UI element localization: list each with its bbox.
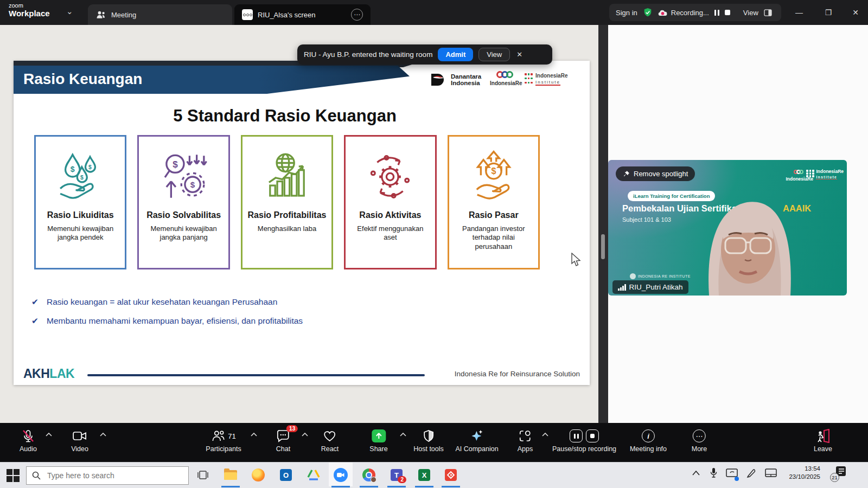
chat-label: Chat: [276, 445, 290, 453]
video-button[interactable]: Video: [71, 428, 88, 453]
institute-watermark-icon: [630, 273, 636, 279]
ai-companion-button[interactable]: AI Companion: [455, 428, 498, 453]
meeting-info-label: Meeting info: [630, 445, 667, 453]
leave-button[interactable]: Leave: [814, 428, 832, 453]
host-tools-button[interactable]: Host tools: [413, 428, 444, 453]
zoom-workplace-logo: zoom Workplace: [9, 3, 50, 17]
zoom-app-icon[interactable]: [329, 467, 353, 483]
google-drive-icon[interactable]: [302, 467, 326, 483]
search-input[interactable]: [46, 471, 171, 480]
clock-date: 23/10/2025: [789, 473, 820, 481]
security-shield-icon[interactable]: [643, 8, 653, 17]
video-options-caret-icon[interactable]: [100, 433, 106, 436]
tray-microphone-icon[interactable]: [710, 467, 717, 478]
video-logo2-sub: Institute: [816, 175, 837, 179]
excel-icon[interactable]: X: [412, 467, 436, 483]
svg-text:$: $: [71, 165, 75, 174]
admit-button[interactable]: Admit: [438, 48, 473, 61]
svg-text:$: $: [491, 166, 496, 176]
footer-divider-line: [87, 374, 425, 376]
scrollbar-thumb[interactable]: [601, 234, 605, 259]
record-controls-button[interactable]: Pause/stop recording: [552, 428, 616, 453]
react-button[interactable]: React: [321, 428, 339, 453]
more-ellipsis-icon: ⋯: [693, 429, 706, 442]
slide-header-title: Rasio Keuangan: [23, 70, 142, 88]
notification-center-button[interactable]: 21: [830, 466, 846, 482]
workspace-chevron-down-icon[interactable]: ⌄: [66, 7, 73, 16]
magnifier-gear-arrows-icon: $ $: [156, 149, 212, 205]
chrome-icon[interactable]: [357, 467, 381, 483]
institute-logo-sub: Institute: [535, 80, 560, 86]
tray-pen-icon[interactable]: [746, 468, 756, 478]
participants-icon: [95, 10, 106, 20]
minimize-button[interactable]: —: [787, 0, 812, 25]
chat-button[interactable]: 13 Chat: [276, 428, 290, 453]
pause-recording-button[interactable]: [714, 10, 719, 16]
meeting-info-button[interactable]: i Meeting info: [630, 428, 667, 453]
mouse-cursor: [570, 253, 582, 267]
active-app-indicator: [221, 486, 240, 487]
share-label: Share: [369, 445, 387, 453]
view-layout-icon[interactable]: [764, 9, 772, 16]
remove-spotlight-button[interactable]: Remove spotlight: [616, 166, 695, 181]
clock-time: 13:54: [789, 465, 820, 473]
teams-icon[interactable]: T 2: [385, 467, 409, 483]
firefox-icon[interactable]: [246, 467, 270, 483]
footer-tagline: Indonesia Re for Reinsurance Solution: [455, 370, 580, 378]
notification-close-icon[interactable]: ✕: [516, 50, 522, 59]
stop-recording-button[interactable]: [725, 10, 730, 15]
share-options-caret-icon[interactable]: [400, 433, 406, 436]
tab-options-ellipsis-icon[interactable]: ⋯: [351, 9, 363, 21]
check-icon: ✔: [31, 297, 39, 307]
teams-badge: 2: [398, 476, 406, 483]
indonesiare-institute-logo: IndonesiaRe Institute: [525, 73, 567, 85]
tray-touchpad-icon[interactable]: [765, 468, 777, 477]
restore-button[interactable]: ❐: [816, 0, 841, 25]
droplets-in-hand-icon: $ $ $: [52, 149, 108, 205]
shared-app-favicon: [242, 9, 253, 20]
apps-options-caret-icon[interactable]: [542, 433, 548, 436]
apps-button[interactable]: Apps: [518, 428, 533, 453]
stop-recording-icon[interactable]: [586, 429, 599, 442]
danantara-text-1: Danantara: [451, 73, 481, 80]
audio-options-caret-icon[interactable]: [46, 433, 52, 436]
view-button[interactable]: View: [743, 9, 758, 17]
more-button[interactable]: ⋯ More: [692, 428, 707, 453]
indonesiare-logo: IndonesiaRe: [490, 70, 522, 86]
audio-button[interactable]: Audio: [20, 428, 37, 453]
pause-recording-icon[interactable]: [570, 429, 583, 442]
indonesiare-logo-text: IndonesiaRe: [490, 80, 522, 86]
tray-chevron-up-icon[interactable]: [692, 471, 700, 476]
card-desc: Memenuhi kewajiban jangka panjang: [144, 224, 223, 242]
active-app-indicator: [442, 486, 460, 487]
akhlak-logo: AKHLAK: [23, 367, 74, 381]
close-button[interactable]: ✕: [843, 0, 868, 25]
tab-meeting[interactable]: Meeting: [88, 4, 232, 25]
svg-text:$: $: [88, 164, 92, 170]
taskbar-clock[interactable]: 13:54 23/10/2025: [789, 465, 820, 481]
view-waiting-room-button[interactable]: View: [478, 48, 510, 61]
chat-options-caret-icon[interactable]: [302, 433, 308, 436]
taskbar-search-box[interactable]: [26, 466, 189, 485]
task-view-button[interactable]: [191, 467, 215, 483]
card-title: Rasio Solvabilitas: [146, 210, 221, 220]
globe-bar-chart-icon: [259, 149, 315, 205]
file-explorer-icon[interactable]: [219, 467, 242, 483]
institute-logo-text: IndonesiaRe: [535, 73, 567, 79]
participants-options-caret-icon[interactable]: [251, 433, 257, 436]
leave-door-icon: [816, 429, 830, 443]
participant-video-tile[interactable]: Remove spotlight IndonesiaRe IndonesiaRe…: [608, 160, 847, 296]
danantara-logo-icon: [430, 73, 446, 87]
start-button[interactable]: [7, 469, 20, 482]
card-rasio-profitabilitas: Rasio Profitabilitas Menghasilkan laba: [241, 135, 333, 269]
outlook-icon[interactable]: O: [274, 467, 298, 483]
bullet-1-text: Rasio keuangan = alat ukur kesehatan keu…: [47, 297, 277, 307]
participants-button[interactable]: 71 Participants: [206, 428, 241, 453]
tab-screen-label: RIU_Alsa's screen: [258, 11, 316, 19]
sign-in-button[interactable]: Sign in: [616, 9, 637, 17]
red-app-icon[interactable]: [439, 467, 463, 483]
share-button[interactable]: Share: [369, 428, 387, 453]
slide-title: 5 Standard Rasio Keuangan: [14, 106, 556, 126]
tab-shared-screen[interactable]: RIU_Alsa's screen ⋯: [234, 4, 371, 25]
tray-display-icon[interactable]: [726, 468, 738, 480]
